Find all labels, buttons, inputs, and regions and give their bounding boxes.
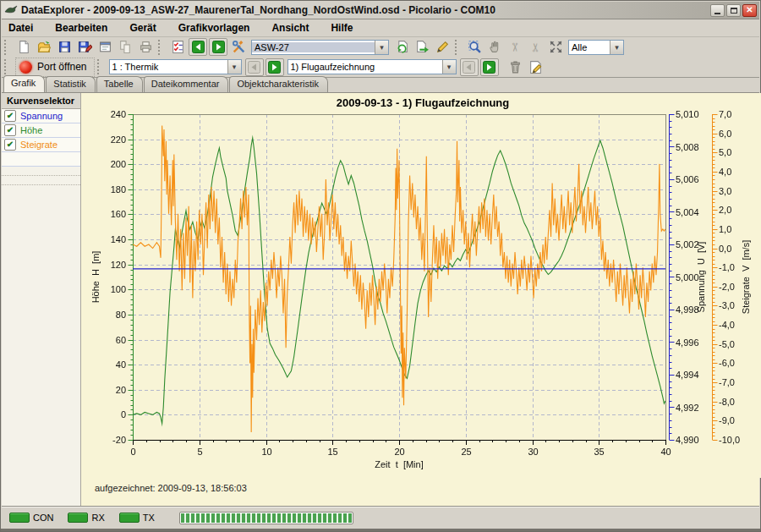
menu-datei[interactable]: Datei: [8, 22, 33, 34]
recorded-timestamp: aufgezeichnet: 2009-09-13, 18:56:03: [95, 483, 247, 493]
rx-led-icon: [68, 513, 88, 523]
save-as-icon: [78, 40, 92, 54]
settings-window-icon: [98, 40, 112, 54]
next-device-button[interactable]: [209, 38, 227, 56]
coolbar-grip[interactable]: [158, 40, 164, 55]
arrow-left-disabled-icon: [248, 61, 260, 74]
cut-left-button[interactable]: ✂: [506, 38, 524, 56]
next-record-button[interactable]: [480, 58, 499, 76]
tools-icon: [232, 40, 246, 54]
curve-label-spannung: Spannung: [20, 111, 63, 121]
minimize-icon: [714, 13, 720, 14]
checkbox-steigrate[interactable]: ✔: [4, 139, 16, 151]
close-button[interactable]: ✕: [742, 4, 757, 17]
coolbar-grip[interactable]: [4, 59, 10, 74]
edit-record-button[interactable]: [527, 58, 545, 76]
maximize-icon: [731, 8, 737, 14]
copy-button[interactable]: [116, 38, 134, 56]
arrow-right-icon: [483, 61, 495, 74]
toolbar-device: Port öffnen 1 : Thermik ▾ 1) Flugaufzeic…: [2, 57, 759, 78]
device-properties-button[interactable]: [168, 38, 187, 56]
scissors-right-icon: ✂: [528, 42, 542, 52]
arrow-right-icon: [268, 61, 281, 74]
window-bottom-edge: [1, 529, 760, 531]
scope-select[interactable]: Alle ▾: [568, 40, 624, 55]
pan-button[interactable]: [485, 38, 504, 56]
curve-row-empty: [2, 152, 80, 167]
flight-chart[interactable]: [82, 93, 761, 478]
port-open-label: Port öffnen: [37, 61, 87, 73]
zoom-window-button[interactable]: [465, 38, 484, 56]
prev-channel-button[interactable]: [245, 58, 264, 76]
import-button[interactable]: [392, 38, 411, 56]
save-button[interactable]: [55, 38, 74, 56]
maximize-button[interactable]: [726, 4, 741, 17]
save-as-button[interactable]: [75, 38, 94, 56]
fit-resize-icon: [549, 40, 563, 54]
copy-icon: [118, 40, 133, 54]
app-swallow-icon: [4, 4, 18, 16]
new-file-button[interactable]: [14, 38, 33, 56]
rx-label: RX: [91, 513, 104, 523]
export-button[interactable]: [413, 38, 431, 56]
port-led-icon: [19, 61, 32, 74]
window-title: DataExplorer - 2009-09-13_ASW-27_Maurene…: [21, 4, 707, 16]
chevron-down-icon[interactable]: ▾: [375, 41, 388, 54]
chart-panel: aufgezeichnet: 2009-09-13, 18:56:03: [82, 93, 759, 508]
menu-bar: Datei Bearbeiten Gerät Grafikvorlagen An…: [2, 19, 759, 37]
arrow-left-disabled-icon: [463, 61, 475, 74]
chevron-down-icon[interactable]: ▾: [610, 41, 623, 54]
curve-row-hoehe[interactable]: ✔ Höhe: [2, 123, 80, 138]
application-window: DataExplorer - 2009-09-13_ASW-27_Maurene…: [0, 0, 761, 532]
menu-geraet[interactable]: Gerät: [129, 22, 156, 34]
tab-grafik[interactable]: Grafik: [3, 75, 45, 92]
channel-select[interactable]: 1 : Thermik ▾: [109, 59, 242, 74]
device-checklist-icon: [171, 40, 185, 54]
tab-dateikommentar[interactable]: Dateikommentar: [144, 76, 229, 92]
tab-objektcharakteristik[interactable]: Objektcharakteristik: [229, 76, 328, 92]
coolbar-grip[interactable]: [97, 59, 103, 74]
coolbar-grip[interactable]: [4, 40, 10, 55]
prev-record-button[interactable]: [460, 58, 479, 76]
record-select[interactable]: 1) Flugaufzeichnung ▾: [287, 59, 457, 74]
curve-row-steigrate[interactable]: ✔ Steigrate: [2, 138, 80, 152]
curve-selector-panel: Kurvenselektor ✔ Spannung ✔ Höhe ✔ Steig…: [2, 93, 81, 508]
fit-view-button[interactable]: [546, 38, 565, 56]
checkbox-spannung[interactable]: ✔: [4, 110, 16, 122]
arrow-right-icon: [212, 41, 225, 53]
open-file-button[interactable]: [35, 38, 53, 56]
cut-right-button[interactable]: ✂: [526, 38, 545, 56]
minimize-button[interactable]: [710, 4, 725, 17]
arrow-left-icon: [192, 41, 205, 53]
settings-button[interactable]: [96, 38, 114, 56]
next-channel-button[interactable]: [266, 58, 284, 76]
con-led-icon: [9, 513, 30, 523]
checkbox-hoehe[interactable]: ✔: [4, 124, 16, 136]
chevron-down-icon[interactable]: ▾: [227, 60, 241, 74]
title-bar[interactable]: DataExplorer - 2009-09-13_ASW-27_Maurene…: [2, 2, 759, 19]
device-toolbox-button[interactable]: [229, 38, 248, 56]
port-open-button[interactable]: Port öffnen: [15, 58, 95, 77]
tx-label: TX: [143, 513, 155, 523]
import-refresh-icon: [395, 40, 409, 54]
print-button[interactable]: [136, 38, 155, 56]
menu-bearbeiten[interactable]: Bearbeiten: [55, 22, 107, 34]
menu-hilfe[interactable]: Hilfe: [331, 22, 353, 34]
list-separator: [2, 167, 80, 176]
tab-tabelle[interactable]: Tabelle: [96, 76, 143, 92]
channel-select-value: 1 : Thermik: [110, 62, 227, 72]
menu-ansicht[interactable]: Ansicht: [271, 22, 309, 34]
delete-record-button[interactable]: [506, 58, 525, 76]
tab-bar: Grafik Statistik Tabelle Dateikommentar …: [2, 77, 759, 92]
tab-statistik[interactable]: Statistik: [46, 76, 96, 92]
edit-template-button[interactable]: [433, 38, 452, 56]
hand-icon: [488, 40, 502, 54]
coolbar-grip[interactable]: [455, 40, 461, 55]
menu-grafikvorlagen[interactable]: Grafikvorlagen: [178, 22, 250, 34]
curve-row-spannung[interactable]: ✔ Spannung: [2, 109, 80, 123]
chevron-down-icon[interactable]: ▾: [442, 60, 456, 74]
device-select[interactable]: ASW-27 ▾: [251, 40, 389, 55]
trash-icon: [508, 60, 523, 74]
print-icon: [139, 40, 153, 54]
prev-device-button[interactable]: [189, 38, 207, 56]
